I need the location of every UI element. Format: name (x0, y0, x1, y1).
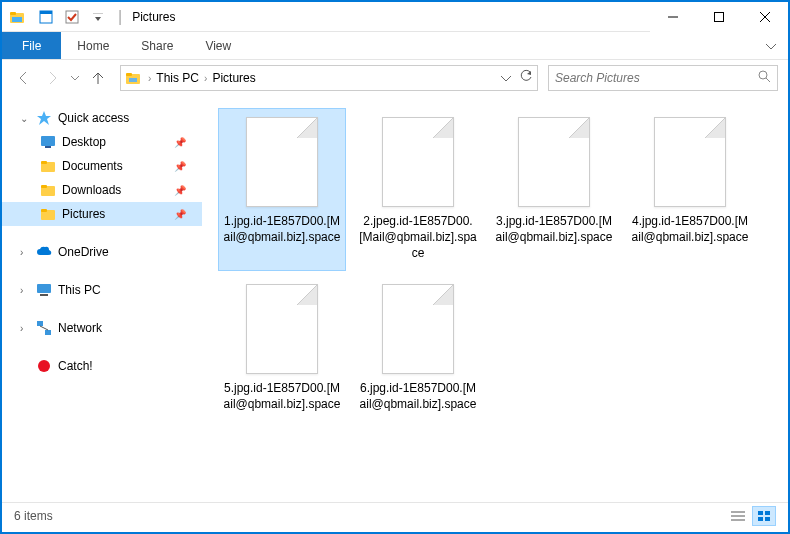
folder-icon (40, 182, 56, 198)
svg-rect-36 (765, 517, 770, 521)
desktop-icon (40, 134, 56, 150)
sidebar-onedrive[interactable]: › OneDrive (2, 240, 202, 264)
file-list[interactable]: 1.jpg.id-1E857D00.[Mail@qbmail.biz].spac… (202, 96, 788, 502)
recent-dropdown[interactable] (68, 66, 82, 90)
file-icon (246, 117, 318, 207)
svg-rect-25 (40, 294, 48, 296)
minimize-button[interactable] (650, 2, 696, 32)
file-item[interactable]: 2.jpeg.id-1E857D00.[Mail@qbmail.biz].spa… (354, 108, 482, 271)
file-icon (654, 117, 726, 207)
sidebar-label: Documents (62, 159, 123, 173)
window-title: Pictures (132, 10, 175, 24)
svg-rect-24 (37, 284, 51, 293)
ribbon-expand-button[interactable] (754, 32, 788, 59)
ribbon-tab-share[interactable]: Share (125, 32, 189, 59)
file-name: 4.jpg.id-1E857D00.[Mail@qbmail.biz].spac… (631, 213, 749, 245)
file-icon (382, 284, 454, 374)
sidebar-item-downloads[interactable]: Downloads 📌 (2, 178, 202, 202)
catch-icon (36, 358, 52, 374)
file-name: 6.jpg.id-1E857D00.[Mail@qbmail.biz].spac… (359, 380, 477, 412)
cloud-icon (36, 244, 52, 260)
chevron-down-icon[interactable]: ⌄ (20, 113, 30, 124)
sidebar-this-pc[interactable]: › This PC (2, 278, 202, 302)
svg-rect-35 (758, 517, 763, 521)
qat-properties-icon[interactable] (36, 7, 56, 27)
qat-dropdown-icon[interactable] (88, 7, 108, 27)
icons-view-button[interactable] (752, 506, 776, 526)
navigation-pane: ⌄ Quick access Desktop 📌 Documents 📌 Dow… (2, 96, 202, 502)
pin-icon: 📌 (174, 161, 186, 172)
up-button[interactable] (86, 66, 110, 90)
status-bar: 6 items (2, 502, 788, 528)
search-input[interactable] (555, 71, 757, 85)
svg-line-15 (766, 78, 770, 82)
sidebar-item-documents[interactable]: Documents 📌 (2, 154, 202, 178)
address-bar-buttons (501, 69, 533, 87)
pc-icon (36, 282, 52, 298)
item-count: 6 items (14, 509, 53, 523)
ribbon: File Home Share View (2, 32, 788, 60)
sidebar-label: This PC (58, 283, 101, 297)
pin-icon: 📌 (174, 185, 186, 196)
file-name: 5.jpg.id-1E857D00.[Mail@qbmail.biz].spac… (223, 380, 341, 412)
svg-rect-17 (45, 146, 51, 148)
sidebar-label: Catch! (58, 359, 93, 373)
search-icon[interactable] (757, 69, 771, 87)
pin-icon: 📌 (174, 137, 186, 148)
address-bar[interactable]: › This PC › Pictures (120, 65, 538, 91)
maximize-button[interactable] (696, 2, 742, 32)
sidebar-label: Desktop (62, 135, 106, 149)
svg-rect-4 (40, 11, 52, 14)
svg-rect-12 (126, 73, 132, 76)
file-item[interactable]: 3.jpg.id-1E857D00.[Mail@qbmail.biz].spac… (490, 108, 618, 271)
breadcrumb-this-pc[interactable]: This PC (152, 69, 203, 87)
file-name: 1.jpg.id-1E857D00.[Mail@qbmail.biz].spac… (223, 213, 341, 245)
file-item[interactable]: 4.jpg.id-1E857D00.[Mail@qbmail.biz].spac… (626, 108, 754, 271)
file-item[interactable]: 5.jpg.id-1E857D00.[Mail@qbmail.biz].spac… (218, 275, 346, 421)
file-item[interactable]: 6.jpg.id-1E857D00.[Mail@qbmail.biz].spac… (354, 275, 482, 421)
folder-icon (40, 158, 56, 174)
svg-point-29 (38, 360, 50, 372)
qat-check-icon[interactable] (62, 7, 82, 27)
address-dropdown-icon[interactable] (501, 69, 511, 87)
file-name: 3.jpg.id-1E857D00.[Mail@qbmail.biz].spac… (495, 213, 613, 245)
file-item[interactable]: 1.jpg.id-1E857D00.[Mail@qbmail.biz].spac… (218, 108, 346, 271)
sidebar-quick-access[interactable]: ⌄ Quick access (2, 106, 202, 130)
ribbon-tab-view[interactable]: View (189, 32, 247, 59)
file-icon (518, 117, 590, 207)
svg-rect-8 (715, 12, 724, 21)
svg-rect-6 (93, 13, 103, 14)
chevron-right-icon[interactable]: › (20, 323, 30, 334)
chevron-right-icon[interactable]: › (20, 247, 30, 258)
refresh-icon[interactable] (519, 69, 533, 87)
breadcrumb-pictures[interactable]: Pictures (208, 69, 259, 87)
ribbon-tab-file[interactable]: File (2, 32, 61, 59)
explorer-icon (8, 8, 26, 26)
svg-rect-19 (41, 161, 47, 164)
sidebar-label: Pictures (62, 207, 105, 221)
file-icon (246, 284, 318, 374)
title-separator: | (118, 8, 122, 26)
sidebar-item-pictures[interactable]: Pictures 📌 (2, 202, 202, 226)
svg-rect-23 (41, 209, 47, 212)
ribbon-tab-home[interactable]: Home (61, 32, 125, 59)
svg-rect-16 (41, 136, 55, 146)
svg-line-28 (40, 326, 48, 330)
sidebar-catch[interactable]: Catch! (2, 354, 202, 378)
close-button[interactable] (742, 2, 788, 32)
svg-rect-5 (66, 11, 78, 23)
chevron-right-icon[interactable]: › (20, 285, 30, 296)
details-view-button[interactable] (726, 506, 750, 526)
forward-button[interactable] (40, 66, 64, 90)
sidebar-label: Downloads (62, 183, 121, 197)
svg-rect-1 (10, 12, 16, 15)
svg-rect-27 (45, 330, 51, 335)
sidebar-item-desktop[interactable]: Desktop 📌 (2, 130, 202, 154)
file-name: 2.jpeg.id-1E857D00.[Mail@qbmail.biz].spa… (359, 213, 477, 262)
svg-rect-2 (12, 17, 22, 22)
search-box[interactable] (548, 65, 778, 91)
back-button[interactable] (12, 66, 36, 90)
svg-rect-33 (758, 511, 763, 515)
folder-icon (125, 70, 141, 86)
sidebar-network[interactable]: › Network (2, 316, 202, 340)
